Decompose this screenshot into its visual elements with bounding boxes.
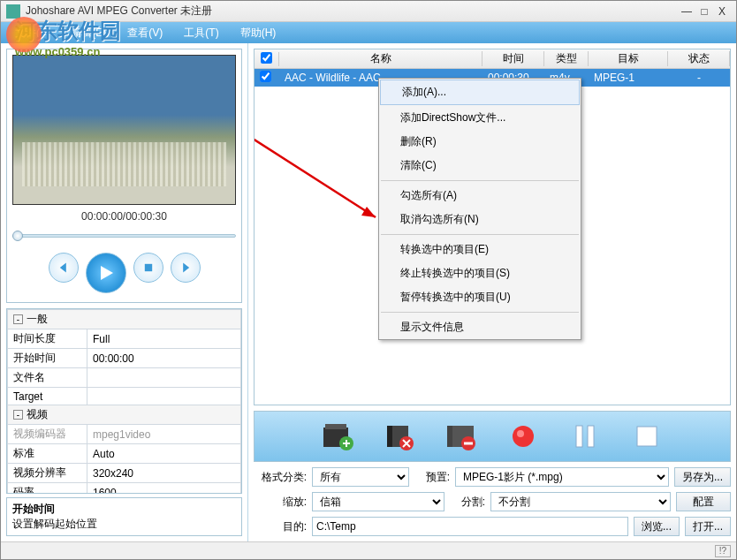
collapse-icon[interactable]: - <box>13 410 23 420</box>
preview-panel: 00:00:00/00:00:30 <box>6 49 242 303</box>
check-all[interactable] <box>261 52 272 64</box>
format-category-select[interactable]: 所有 <box>312 467 409 487</box>
svg-rect-16 <box>637 427 657 446</box>
video-preview <box>12 55 236 205</box>
timecode: 00:00:00/00:00:30 <box>12 205 236 228</box>
browse-button[interactable]: 浏览... <box>634 517 680 536</box>
zoom-select[interactable]: 信箱 <box>312 492 444 511</box>
prop-standard[interactable]: Auto <box>87 444 241 464</box>
menu-edit[interactable]: 编辑(E) <box>60 26 117 41</box>
stop-button[interactable] <box>133 253 163 283</box>
status-bar: !? <box>1 541 736 559</box>
pause-button[interactable] <box>567 419 603 454</box>
ctx-convert-selected[interactable]: 转换选中的项目(E) <box>379 238 581 261</box>
ctx-pause-selected[interactable]: 暂停转换选中的项目(U) <box>379 285 581 309</box>
preset-select[interactable]: MPEG-1影片 (*.mpg) <box>455 467 669 487</box>
svg-rect-4 <box>325 424 346 429</box>
ctx-show-info[interactable]: 显示文件信息 <box>379 315 581 339</box>
menu-file[interactable]: 文件(F) <box>4 26 60 41</box>
menu-bar: 文件(F) 编辑(E) 查看(V) 工具(T) 帮助(H) <box>1 22 736 43</box>
add-file-button[interactable] <box>320 419 355 454</box>
open-button[interactable]: 打开... <box>685 517 731 536</box>
stop-all-button[interactable] <box>629 419 665 454</box>
prev-button[interactable] <box>49 253 79 283</box>
svg-rect-15 <box>588 426 594 447</box>
menu-tool[interactable]: 工具(T) <box>173 26 229 41</box>
menu-help[interactable]: 帮助(H) <box>230 26 287 41</box>
prop-bitrate[interactable]: 1600 <box>87 483 241 495</box>
split-label: 分割: <box>450 495 485 510</box>
svg-line-1 <box>254 76 376 217</box>
prop-vencoder: mpeg1video <box>87 425 241 444</box>
preset-label: 预置: <box>414 470 450 485</box>
prop-target[interactable] <box>87 388 241 405</box>
help-icon[interactable]: !? <box>715 545 731 557</box>
ctx-add[interactable]: 添加(A)... <box>380 79 580 105</box>
col-name[interactable]: 名称 <box>279 51 482 66</box>
ctx-clear[interactable]: 清除(C) <box>379 154 581 178</box>
split-select[interactable]: 不分割 <box>490 492 671 511</box>
seek-slider[interactable] <box>12 230 236 242</box>
context-menu: 添加(A)... 添加DirectShow文件... 删除(R) 清除(C) 勾… <box>378 78 581 340</box>
col-time[interactable]: 时间 <box>482 51 544 66</box>
col-state[interactable]: 状态 <box>668 51 730 66</box>
title-bar: Johoshare AVI MPEG Converter 未注册 — □ X <box>1 1 736 22</box>
col-type[interactable]: 类型 <box>544 51 589 66</box>
record-button[interactable] <box>505 419 541 454</box>
clear-list-button[interactable] <box>444 419 479 454</box>
properties-panel: -一般 时间长度Full 开始时间00:00:00 文件名 Target -视频… <box>6 308 242 494</box>
remove-file-button[interactable] <box>382 419 417 454</box>
row-check[interactable] <box>260 71 271 82</box>
zoom-label: 缩放: <box>254 495 307 510</box>
close-button[interactable]: X <box>713 5 731 18</box>
maximize-button[interactable]: □ <box>695 5 713 18</box>
prop-start[interactable]: 00:00:00 <box>87 349 241 368</box>
menu-view[interactable]: 查看(V) <box>117 26 173 41</box>
dest-label: 目的: <box>254 519 307 534</box>
svg-rect-14 <box>576 426 582 447</box>
prop-vres[interactable]: 320x240 <box>87 464 241 483</box>
format-category-label: 格式分类: <box>254 470 307 485</box>
col-target[interactable]: 目标 <box>589 51 668 66</box>
ctx-check-all[interactable]: 勾选所有(A) <box>379 184 581 208</box>
prop-duration[interactable]: Full <box>87 329 241 349</box>
ctx-delete[interactable]: 删除(R) <box>379 130 581 154</box>
svg-rect-0 <box>144 264 151 271</box>
svg-rect-7 <box>387 426 392 447</box>
config-button[interactable]: 配置 <box>676 492 731 511</box>
window-title: Johoshare AVI MPEG Converter 未注册 <box>26 4 678 19</box>
hint-panel: 开始时间 设置解码起始位置 <box>6 497 242 536</box>
ctx-stop-selected[interactable]: 终止转换选中的项目(S) <box>379 261 581 285</box>
save-as-button[interactable]: 另存为... <box>674 467 731 487</box>
ctx-add-directshow[interactable]: 添加DirectShow文件... <box>379 106 581 130</box>
next-button[interactable] <box>171 253 201 283</box>
minimize-button[interactable]: — <box>678 5 695 18</box>
svg-marker-2 <box>361 207 376 217</box>
app-icon <box>6 4 20 19</box>
dest-input[interactable] <box>312 517 628 536</box>
ctx-uncheck-all[interactable]: 取消勾选所有(N) <box>379 208 581 231</box>
file-list: 名称 时间 类型 目标 状态 AAC - Wildlife - AAC 00:0… <box>254 49 731 405</box>
prop-filename[interactable] <box>87 368 241 388</box>
collapse-icon[interactable]: - <box>13 314 23 324</box>
play-button[interactable] <box>86 253 126 293</box>
svg-point-13 <box>517 430 524 437</box>
annotation-arrow <box>254 67 393 226</box>
action-toolbar <box>254 411 731 462</box>
svg-point-12 <box>513 426 534 447</box>
